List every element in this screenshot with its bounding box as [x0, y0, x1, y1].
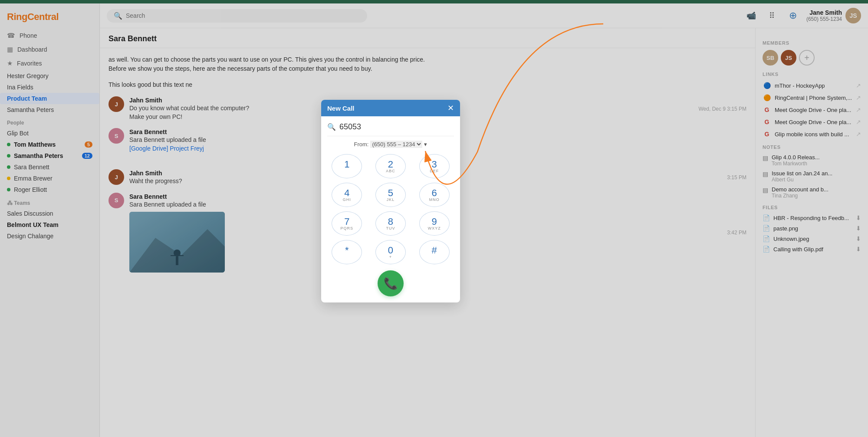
keypad: 1 2 ABC 3 DEF 4 GHI 5 JKL	[327, 154, 454, 264]
key-hash[interactable]: #	[419, 240, 450, 264]
search-icon: 🔍	[327, 123, 336, 131]
modal-title: New Call	[327, 105, 355, 112]
key-4[interactable]: 4 GHI	[332, 183, 362, 207]
key-0[interactable]: 0 +	[375, 240, 406, 264]
from-row: From: (650) 555 – 1234 ▾	[327, 141, 454, 148]
modal-header: New Call ✕	[321, 100, 460, 116]
dial-input[interactable]	[339, 122, 454, 131]
modal-body: 🔍 From: (650) 555 – 1234 ▾ 1 2 ABC	[321, 116, 460, 302]
key-7[interactable]: 7 PQRS	[332, 211, 362, 236]
key-3[interactable]: 3 DEF	[419, 154, 450, 178]
from-label: From:	[354, 141, 369, 148]
from-number-select[interactable]: (650) 555 – 1234	[370, 141, 422, 148]
modal-overlay[interactable]: New Call ✕ 🔍 From: (650) 555 – 1234 ▾ 1	[0, 0, 868, 437]
key-6[interactable]: 6 MNO	[419, 183, 450, 207]
key-2[interactable]: 2 ABC	[375, 154, 406, 178]
key-1[interactable]: 1	[332, 154, 362, 178]
modal-close-button[interactable]: ✕	[447, 104, 454, 112]
phone-call-icon: 📞	[384, 277, 398, 290]
key-star[interactable]: *	[332, 240, 362, 264]
chevron-down-icon: ▾	[424, 141, 427, 148]
key-5[interactable]: 5 JKL	[375, 183, 406, 207]
key-9[interactable]: 9 WXYZ	[419, 211, 450, 236]
key-8[interactable]: 8 TUV	[375, 211, 406, 236]
dial-search: 🔍	[327, 122, 454, 136]
call-button[interactable]: 📞	[378, 270, 404, 296]
call-btn-row: 📞	[327, 270, 454, 296]
new-call-dialog: New Call ✕ 🔍 From: (650) 555 – 1234 ▾ 1	[321, 100, 460, 302]
